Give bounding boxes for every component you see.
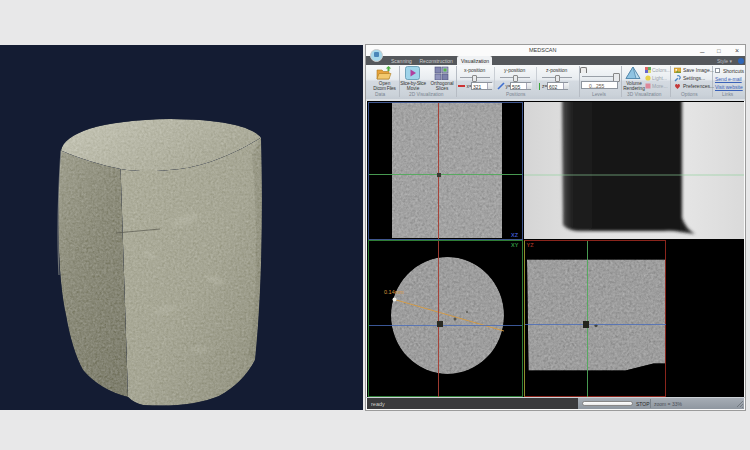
svg-text:0.14mm: 0.14mm <box>384 289 404 295</box>
